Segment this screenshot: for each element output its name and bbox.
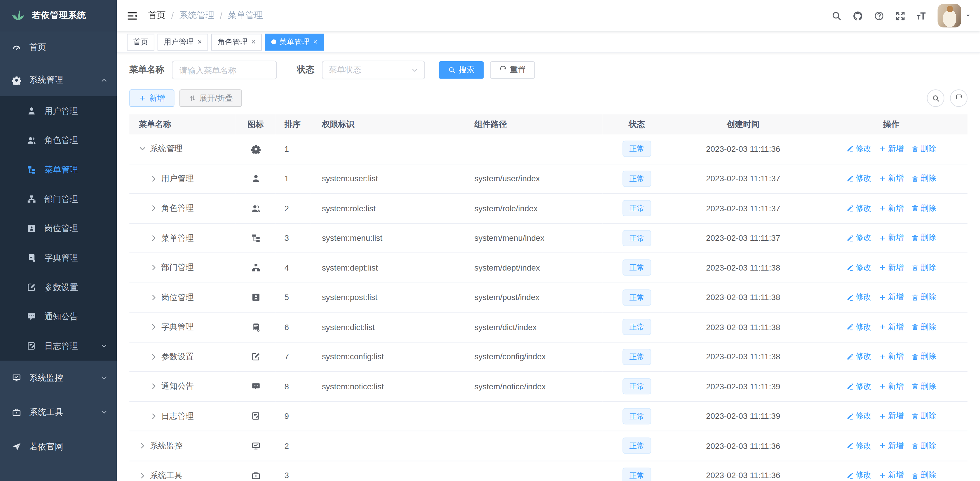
trash-icon	[911, 294, 919, 301]
search-icon[interactable]	[831, 10, 842, 21]
delete-link[interactable]: 删除	[911, 203, 936, 213]
expand-row-icon[interactable]	[150, 353, 158, 360]
delete-link-label: 删除	[921, 174, 937, 184]
delete-link[interactable]: 删除	[911, 322, 936, 332]
sidebar-item-dept[interactable]: 部门管理	[0, 185, 117, 214]
add-link[interactable]: 新增	[879, 351, 904, 362]
edit-link[interactable]: 修改	[846, 411, 872, 422]
search-button[interactable]: 搜索	[439, 61, 484, 79]
add-link[interactable]: 新增	[879, 411, 904, 422]
edit-link[interactable]: 修改	[846, 292, 872, 303]
delete-link[interactable]: 删除	[911, 411, 936, 422]
avatar[interactable]	[937, 4, 961, 27]
github-icon[interactable]	[853, 10, 863, 21]
add-link[interactable]: 新增	[879, 263, 904, 273]
sidebar-item-post[interactable]: 岗位管理	[0, 213, 117, 243]
close-icon[interactable]: ×	[197, 38, 202, 46]
sidebar-item-label: 系统工具	[29, 406, 63, 418]
reset-button[interactable]: 重置	[490, 61, 535, 79]
close-icon[interactable]: ×	[251, 38, 256, 46]
created-cell: 2023-02-03 11:11:39	[671, 371, 815, 401]
add-link[interactable]: 新增	[879, 174, 904, 184]
delete-link[interactable]: 删除	[911, 292, 936, 303]
delete-link[interactable]: 删除	[911, 174, 936, 184]
expand-row-icon[interactable]	[138, 442, 146, 450]
expand-row-icon[interactable]	[150, 234, 158, 242]
table-row: 通知公告 8 system:notice:list system/notice/…	[129, 371, 967, 401]
sidebar-toggle-icon[interactable]	[126, 10, 138, 22]
sidebar-item-dict[interactable]: 字典管理	[0, 243, 117, 272]
status-select[interactable]: 菜单状态	[322, 61, 425, 80]
tab-home[interactable]: 首页	[127, 33, 154, 51]
delete-link[interactable]: 删除	[911, 440, 936, 451]
menu-name-input[interactable]	[172, 61, 277, 80]
sidebar-item-user[interactable]: 用户管理	[0, 96, 117, 126]
add-link[interactable]: 新增	[879, 322, 904, 332]
perms-cell	[310, 431, 471, 461]
expand-collapse-label: 展开/折叠	[199, 93, 233, 104]
sidebar-item-tool[interactable]: 系统工具	[0, 395, 117, 429]
sidebar-item-config[interactable]: 参数设置	[0, 272, 117, 302]
edit-link[interactable]: 修改	[846, 263, 872, 273]
add-link[interactable]: 新增	[879, 143, 904, 154]
edit-link[interactable]: 修改	[846, 322, 872, 332]
add-link[interactable]: 新增	[879, 233, 904, 243]
expand-collapse-button[interactable]: 展开/折叠	[180, 89, 242, 107]
expand-row-icon[interactable]	[150, 294, 158, 301]
col-header-icon: 图标	[235, 115, 275, 135]
sidebar-logo[interactable]: 若依管理系统	[0, 0, 117, 31]
expand-row-icon[interactable]	[150, 413, 158, 420]
show-search-toggle-button[interactable]	[927, 89, 944, 107]
edit-link[interactable]: 修改	[846, 203, 872, 213]
add-button[interactable]: 新增	[129, 89, 174, 107]
sidebar-menu: 首页 系统管理 用户管理 角色管理 菜单管理	[0, 31, 117, 481]
edit-link[interactable]: 修改	[846, 143, 872, 154]
fullscreen-icon[interactable]	[895, 10, 905, 21]
add-link-label: 新增	[888, 174, 904, 184]
tab-menu[interactable]: 菜单管理 ×	[265, 33, 324, 51]
breadcrumb-home[interactable]: 首页	[148, 10, 166, 21]
delete-link-label: 删除	[921, 292, 937, 303]
user-menu[interactable]	[937, 4, 971, 27]
add-link[interactable]: 新增	[879, 292, 904, 303]
delete-link[interactable]: 删除	[911, 351, 936, 362]
add-link[interactable]: 新增	[879, 381, 904, 392]
collapse-row-icon[interactable]	[138, 145, 146, 153]
sidebar-item-role[interactable]: 角色管理	[0, 126, 117, 155]
sidebar-item-home[interactable]: 首页	[0, 31, 117, 64]
question-icon[interactable]	[874, 10, 884, 21]
add-link[interactable]: 新增	[879, 470, 904, 481]
tab-user[interactable]: 用户管理 ×	[158, 33, 208, 51]
sidebar-item-menu[interactable]: 菜单管理	[0, 155, 117, 185]
sidebar-item-log[interactable]: 日志管理	[0, 331, 117, 361]
delete-link[interactable]: 删除	[911, 233, 936, 243]
tab-role[interactable]: 角色管理 ×	[211, 33, 262, 51]
refresh-table-button[interactable]	[950, 89, 967, 107]
edit-link[interactable]: 修改	[846, 174, 872, 184]
add-link[interactable]: 新增	[879, 440, 904, 451]
add-link[interactable]: 新增	[879, 203, 904, 213]
sidebar-item-monitor[interactable]: 系统监控	[0, 361, 117, 395]
delete-link[interactable]: 删除	[911, 263, 936, 273]
delete-link[interactable]: 删除	[911, 470, 936, 481]
sidebar-item-notice[interactable]: 通知公告	[0, 302, 117, 331]
edit-link[interactable]: 修改	[846, 351, 872, 362]
expand-row-icon[interactable]	[150, 175, 158, 182]
delete-link[interactable]: 删除	[911, 381, 936, 392]
edit-link[interactable]: 修改	[846, 440, 872, 451]
sidebar-item-guide[interactable]: 若依官网	[0, 429, 117, 464]
close-icon[interactable]: ×	[313, 38, 318, 46]
sidebar-item-system[interactable]: 系统管理	[0, 64, 117, 96]
edit-link[interactable]: 修改	[846, 470, 872, 481]
sidebar-item-label: 角色管理	[45, 135, 78, 146]
expand-row-icon[interactable]	[150, 383, 158, 390]
edit-link[interactable]: 修改	[846, 233, 872, 243]
expand-row-icon[interactable]	[150, 264, 158, 271]
expand-row-icon[interactable]	[150, 323, 158, 331]
edit-link[interactable]: 修改	[846, 381, 872, 392]
expand-row-icon[interactable]	[150, 205, 158, 212]
plus-icon	[879, 294, 886, 301]
expand-row-icon[interactable]	[138, 471, 146, 479]
delete-link[interactable]: 删除	[911, 143, 936, 154]
font-size-icon[interactable]	[916, 10, 927, 21]
